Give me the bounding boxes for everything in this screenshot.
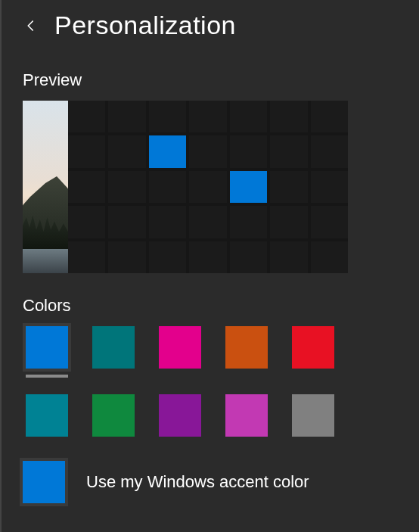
preview-tile xyxy=(149,241,186,273)
preview-wallpaper-thumbnail xyxy=(23,101,68,273)
preview-tile-grid xyxy=(68,101,348,273)
preview-tile xyxy=(189,241,226,273)
preview-tile xyxy=(68,171,105,203)
preview-tile xyxy=(311,206,348,238)
preview-tile xyxy=(149,101,186,132)
preview-tile xyxy=(149,135,186,167)
color-row-2 xyxy=(23,394,398,437)
preview-tile xyxy=(189,171,226,203)
preview-tile xyxy=(108,206,145,238)
preview-tile xyxy=(189,135,226,167)
color-swatch-orange[interactable] xyxy=(225,326,268,369)
preview-tile xyxy=(230,135,267,167)
accent-option[interactable]: Use my Windows accent color xyxy=(23,461,398,503)
preview-tile xyxy=(270,171,307,203)
preview-tile xyxy=(230,171,267,203)
color-swatch-teal[interactable] xyxy=(92,326,135,369)
preview-tile xyxy=(108,135,145,167)
preview-tile xyxy=(108,101,145,132)
header: Personalization xyxy=(23,11,398,40)
preview-section-label: Preview xyxy=(23,70,398,90)
accent-color-swatch[interactable] xyxy=(23,461,65,503)
preview-tile xyxy=(311,135,348,167)
preview-tile xyxy=(68,241,105,273)
preview-tile xyxy=(149,206,186,238)
preview-tile xyxy=(189,206,226,238)
preview-tile xyxy=(311,171,348,203)
page-title: Personalization xyxy=(54,11,236,40)
preview-tile xyxy=(108,171,145,203)
colors-section-label: Colors xyxy=(23,296,398,316)
preview-tile xyxy=(68,206,105,238)
preview-tile xyxy=(311,241,348,273)
color-swatch-green[interactable] xyxy=(92,394,135,437)
preview-tile xyxy=(68,101,105,132)
preview-tile xyxy=(230,206,267,238)
color-row-1 xyxy=(23,326,398,378)
preview-tile xyxy=(270,135,307,167)
swatch-selection-underline xyxy=(26,375,68,378)
color-swatch-blue[interactable] xyxy=(26,326,68,369)
color-swatch-gray[interactable] xyxy=(292,394,334,437)
color-swatch-purple[interactable] xyxy=(159,394,201,437)
preview-tile xyxy=(230,241,267,273)
color-swatch-pink[interactable] xyxy=(225,394,268,437)
color-swatch-magenta[interactable] xyxy=(159,326,201,369)
preview-tile xyxy=(270,241,307,273)
preview-tile xyxy=(230,101,267,132)
preview-tile xyxy=(68,135,105,167)
preview-tile xyxy=(189,101,226,132)
preview-tile xyxy=(311,101,348,132)
color-swatch-darkteal[interactable] xyxy=(26,394,68,437)
back-icon[interactable] xyxy=(23,17,39,34)
color-swatch-red[interactable] xyxy=(292,326,334,369)
preview-tile xyxy=(149,171,186,203)
accent-option-label: Use my Windows accent color xyxy=(86,472,309,492)
preview-area xyxy=(23,101,348,273)
preview-tile xyxy=(108,241,145,273)
preview-tile xyxy=(270,101,307,132)
preview-tile xyxy=(270,206,307,238)
